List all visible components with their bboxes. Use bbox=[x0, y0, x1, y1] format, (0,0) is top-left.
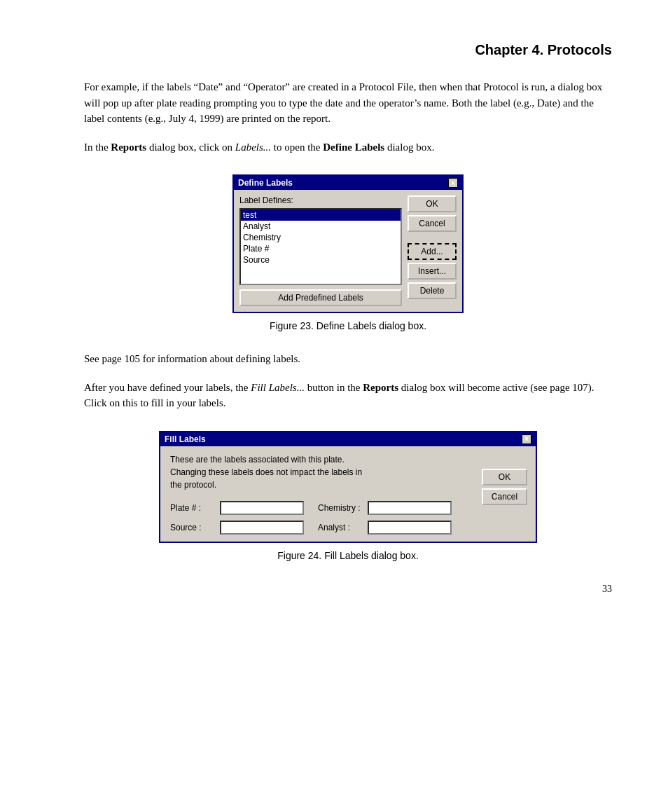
fill-labels-body: These are the labels associated with thi… bbox=[160, 446, 536, 542]
list-item-analyst[interactable]: Analyst bbox=[241, 221, 401, 232]
plate-field-row: Plate # : bbox=[170, 501, 304, 515]
fill-labels-fields: Plate # : Chemistry : Source : Analyst : bbox=[170, 501, 526, 535]
figure-24-caption: Figure 24. Fill Labels dialog box. bbox=[277, 550, 419, 561]
list-item-source[interactable]: Source bbox=[241, 254, 401, 266]
plate-field-input[interactable] bbox=[220, 501, 304, 515]
figure-23-caption: Figure 23. Define Labels dialog box. bbox=[270, 320, 426, 331]
paragraph-4: After you have defined your labels, the … bbox=[84, 380, 612, 411]
page-number: 33 bbox=[602, 584, 612, 595]
source-field-input[interactable] bbox=[220, 521, 304, 535]
list-item-chemistry[interactable]: Chemistry bbox=[241, 232, 401, 243]
define-labels-content: Label Defines: test Analyst Chemistry Pl… bbox=[234, 190, 462, 312]
define-labels-titlebar: Define Labels × bbox=[234, 176, 462, 190]
source-field-label: Source : bbox=[170, 523, 216, 532]
define-labels-title: Define Labels bbox=[238, 178, 293, 188]
label-defines-label: Label Defines: bbox=[239, 195, 402, 205]
list-item-plate[interactable]: Plate # bbox=[241, 243, 401, 254]
fill-labels-buttons-panel: OK Cancel bbox=[482, 469, 527, 505]
paragraph-3: See page 105 for information about defin… bbox=[84, 351, 612, 367]
chapter-title: Chapter 4. Protocols bbox=[84, 42, 612, 58]
define-labels-ok-button[interactable]: OK bbox=[408, 195, 457, 212]
paragraph-2: In the Reports dialog box, click on Labe… bbox=[84, 139, 612, 156]
list-item-test[interactable]: test bbox=[241, 209, 401, 221]
chemistry-field-input[interactable] bbox=[368, 501, 452, 515]
paragraph-1: For example, if the labels “Date” and “O… bbox=[84, 79, 612, 127]
define-labels-cancel-button[interactable]: Cancel bbox=[408, 215, 457, 232]
fill-labels-ok-button[interactable]: OK bbox=[482, 469, 527, 486]
figure-24-container: Fill Labels × These are the labels assoc… bbox=[84, 431, 612, 561]
fill-labels-close-button[interactable]: × bbox=[522, 434, 531, 444]
fill-labels-cancel-button[interactable]: Cancel bbox=[482, 488, 527, 505]
label-listbox[interactable]: test Analyst Chemistry Plate # Source bbox=[239, 208, 402, 285]
define-labels-close-button[interactable]: × bbox=[448, 178, 458, 188]
source-field-row: Source : bbox=[170, 521, 304, 535]
define-labels-delete-button[interactable]: Delete bbox=[408, 282, 457, 299]
define-labels-dialog: Define Labels × Label Defines: test Anal… bbox=[232, 174, 464, 313]
analyst-field-row: Analyst : bbox=[318, 521, 452, 535]
figure-23-container: Define Labels × Label Defines: test Anal… bbox=[84, 174, 612, 331]
analyst-field-label: Analyst : bbox=[318, 523, 363, 532]
chemistry-field-label: Chemistry : bbox=[318, 503, 363, 513]
define-labels-left-panel: Label Defines: test Analyst Chemistry Pl… bbox=[239, 195, 402, 306]
define-labels-insert-button[interactable]: Insert... bbox=[408, 263, 457, 280]
define-labels-right-panel: OK Cancel Add... Insert... Delete bbox=[408, 195, 457, 306]
chemistry-field-row: Chemistry : bbox=[318, 501, 452, 515]
analyst-field-input[interactable] bbox=[368, 521, 452, 535]
fill-labels-description: These are the labels associated with thi… bbox=[170, 453, 526, 491]
define-labels-add-button[interactable]: Add... bbox=[408, 243, 457, 260]
fill-labels-titlebar: Fill Labels × bbox=[160, 432, 536, 446]
fill-labels-dialog: Fill Labels × These are the labels assoc… bbox=[159, 431, 537, 543]
plate-field-label: Plate # : bbox=[170, 503, 216, 513]
fill-labels-title: Fill Labels bbox=[165, 434, 206, 444]
add-predefined-labels-button[interactable]: Add Predefined Labels bbox=[239, 289, 402, 306]
